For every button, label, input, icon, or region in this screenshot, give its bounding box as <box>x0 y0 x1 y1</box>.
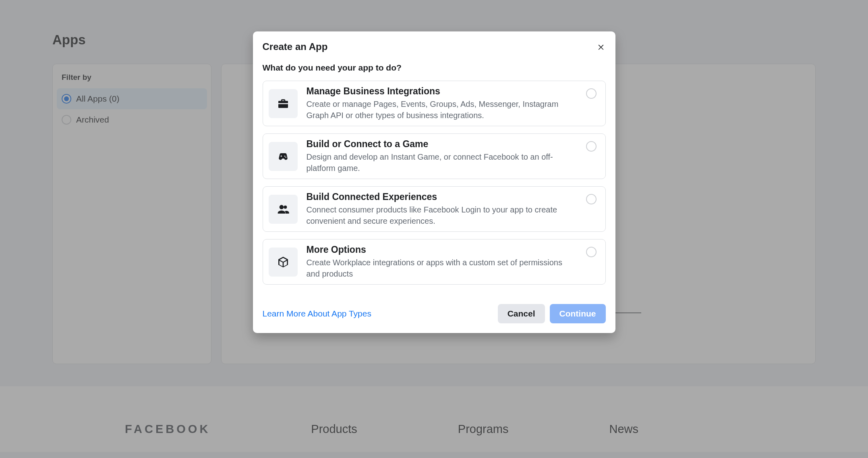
option-title: More Options <box>307 244 574 255</box>
option-connected-experiences[interactable]: Build Connected Experiences Connect cons… <box>263 186 606 232</box>
radio-icon[interactable] <box>586 194 597 204</box>
close-icon <box>597 43 605 51</box>
modal-overlay[interactable]: Create an App What do you need your app … <box>0 0 868 458</box>
option-title: Build Connected Experiences <box>307 192 574 202</box>
option-desc: Design and develop an Instant Game, or c… <box>307 151 574 174</box>
option-manage-business[interactable]: Manage Business Integrations Create or m… <box>263 81 606 126</box>
continue-button[interactable]: Continue <box>550 304 606 323</box>
people-icon <box>269 195 298 224</box>
option-desc: Connect consumer products like Facebook … <box>307 204 574 227</box>
option-title: Manage Business Integrations <box>307 86 574 97</box>
option-desc: Create or manage Pages, Events, Groups, … <box>307 98 574 121</box>
cancel-button[interactable]: Cancel <box>498 304 545 323</box>
option-build-game[interactable]: Build or Connect to a Game Design and de… <box>263 133 606 179</box>
create-app-modal: Create an App What do you need your app … <box>253 31 615 333</box>
learn-more-link[interactable]: Learn More About App Types <box>263 309 371 319</box>
cube-icon <box>269 248 298 277</box>
modal-close-button[interactable] <box>594 40 608 54</box>
option-more-options[interactable]: More Options Create Workplace integratio… <box>263 239 606 285</box>
game-icon <box>269 142 298 171</box>
modal-title: Create an App <box>263 41 606 52</box>
radio-icon[interactable] <box>586 88 597 99</box>
briefcase-icon <box>269 89 298 118</box>
modal-subtitle: What do you need your app to do? <box>263 63 606 73</box>
radio-icon[interactable] <box>586 141 597 152</box>
option-title: Build or Connect to a Game <box>307 139 574 150</box>
radio-icon[interactable] <box>586 247 597 257</box>
option-desc: Create Workplace integrations or apps wi… <box>307 257 574 279</box>
